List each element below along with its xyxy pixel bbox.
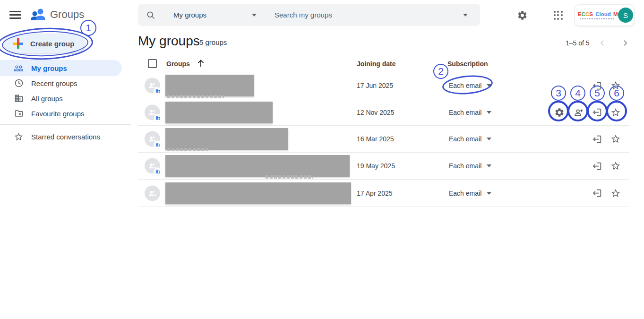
chevron-left-icon	[598, 39, 607, 47]
star-icon[interactable]	[610, 79, 622, 92]
eccs-logo-subtitle	[580, 18, 615, 19]
chevron-down-icon	[487, 111, 491, 114]
sidebar-divider	[0, 124, 131, 125]
search-options-caret-icon[interactable]	[463, 14, 468, 17]
joining-date: 16 Mar 2025	[357, 135, 394, 143]
chevron-down-icon	[487, 192, 491, 195]
star-icon[interactable]	[610, 133, 622, 145]
subscription-dropdown[interactable]: Each email	[449, 82, 481, 89]
chevron-down-icon	[487, 84, 491, 87]
redacted-text-remnant	[167, 148, 209, 151]
search-scope-label: My groups	[173, 11, 206, 19]
chevron-down-icon	[487, 164, 491, 167]
redacted-text-remnant	[266, 175, 313, 179]
leave-group-icon[interactable]	[591, 133, 603, 145]
eccs-logo-text: ECCS Cloud Mail	[578, 11, 617, 17]
joining-date: 17 Apr 2025	[357, 190, 393, 197]
create-group-button[interactable]: Create group	[4, 34, 85, 53]
app-name: Groups	[50, 9, 84, 21]
group-avatar-icon	[145, 185, 160, 201]
search-icon	[146, 10, 155, 20]
redacted-group-name	[165, 75, 254, 96]
pagination-range: 1–5 of 5	[566, 39, 590, 47]
people-icon	[14, 63, 24, 73]
leave-group-icon[interactable]	[591, 79, 603, 92]
create-group-label: Create group	[30, 40, 74, 48]
eccs-cloud-mail-logo: ECCS Cloud Mail	[578, 11, 617, 19]
app-grid-icon	[554, 11, 563, 20]
table-row[interactable]: 17 Apr 2025 Each email	[138, 180, 629, 207]
sidebar-label: All groups	[31, 95, 63, 103]
organization-badge-icon	[154, 141, 162, 148]
sidebar-item-favourite-groups[interactable]: Favourite groups	[0, 105, 122, 121]
sidebar-item-all-groups[interactable]: All groups	[0, 90, 122, 106]
subscription-dropdown[interactable]: Each email	[449, 162, 481, 170]
hamburger-menu-icon[interactable]	[9, 11, 21, 19]
settings-button[interactable]	[515, 9, 529, 22]
chevron-right-icon	[621, 39, 629, 47]
user-avatar[interactable]: S	[618, 8, 633, 23]
subscription-dropdown[interactable]: Each email	[449, 109, 481, 116]
sidebar-item-recent-groups[interactable]: Recent groups	[0, 75, 122, 91]
star-icon[interactable]	[610, 187, 622, 199]
column-header-joining-date: Joining date	[357, 60, 395, 68]
google-plus-icon	[13, 38, 23, 49]
search-bar: My groups	[138, 4, 480, 26]
building-icon	[14, 94, 24, 103]
column-header-subscription: Subscription	[447, 60, 488, 68]
joining-date: 19 May 2025	[357, 162, 395, 170]
chevron-down-icon	[252, 14, 257, 17]
account-badge[interactable]: ECCS Cloud Mail S	[575, 4, 635, 26]
star-icon[interactable]	[610, 106, 622, 119]
group-count: 5 groups	[199, 38, 227, 46]
column-header-groups: Groups	[166, 60, 190, 68]
joining-date: 17 Jun 2025	[357, 82, 393, 89]
sidebar-label: My groups	[31, 64, 67, 72]
sidebar-item-starred-conversations[interactable]: Starred conversations	[0, 129, 122, 145]
google-groups-page: Groups My groups ECCS Cloud Mail S Creat…	[0, 0, 644, 319]
sidebar-label: Favourite groups	[31, 110, 85, 118]
sidebar-label: Starred conversations	[31, 133, 100, 141]
subscription-dropdown[interactable]: Each email	[449, 135, 481, 143]
leave-group-icon[interactable]	[591, 187, 603, 199]
star-outline-icon	[14, 132, 24, 142]
redacted-text-remnant	[167, 95, 224, 98]
groups-logo: Groups	[30, 6, 84, 23]
leave-group-icon[interactable]	[591, 106, 603, 119]
gear-icon	[517, 10, 528, 21]
table-row[interactable]: 17 Jun 2025 Each email	[138, 72, 629, 99]
add-member-icon[interactable]	[573, 106, 585, 119]
clock-icon	[14, 78, 24, 88]
redacted-group-name	[165, 102, 273, 123]
sort-ascending-icon[interactable]	[196, 58, 206, 70]
star-icon[interactable]	[610, 160, 622, 172]
google-apps-button[interactable]	[551, 9, 565, 22]
search-scope-selector[interactable]: My groups	[173, 11, 257, 19]
select-all-checkbox[interactable]	[148, 59, 157, 68]
page-title: My groups	[138, 34, 200, 49]
redacted-group-name	[165, 182, 351, 204]
organization-badge-icon	[154, 87, 162, 95]
table-row[interactable]: 12 Nov 2025 Each email	[138, 99, 629, 126]
leave-group-icon[interactable]	[591, 160, 603, 172]
organization-badge-icon	[154, 168, 162, 175]
redacted-group-name	[165, 155, 350, 177]
groups-logo-icon	[30, 6, 47, 23]
sidebar-label: Recent groups	[31, 79, 77, 87]
next-page-button[interactable]	[619, 37, 631, 49]
folder-star-icon	[14, 109, 24, 118]
subscription-dropdown[interactable]: Each email	[449, 190, 481, 197]
table-header: Groups Joining date Subscription	[138, 55, 629, 72]
settings-icon[interactable]	[553, 106, 566, 119]
redacted-group-name	[165, 128, 288, 150]
table-row[interactable]: 19 May 2025 Each email	[138, 153, 629, 180]
search-input[interactable]	[275, 11, 463, 19]
previous-page-button[interactable]	[596, 37, 609, 49]
sidebar-item-my-groups[interactable]: My groups	[0, 60, 122, 76]
chevron-down-icon	[487, 138, 491, 140]
table-row[interactable]: 16 Mar 2025 Each email	[138, 126, 629, 153]
joining-date: 12 Nov 2025	[357, 109, 394, 116]
organization-badge-icon	[154, 114, 162, 122]
